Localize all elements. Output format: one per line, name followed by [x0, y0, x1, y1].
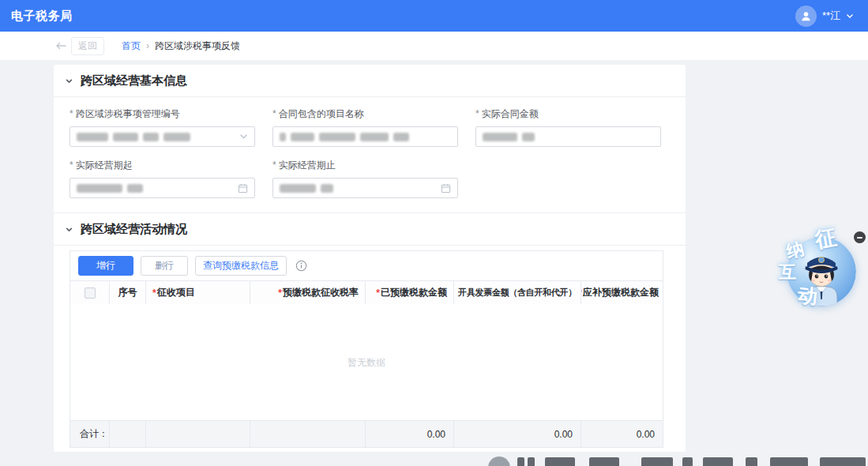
- chevron-down-icon: [239, 133, 248, 140]
- basic-section-header: 跨区域经营基本信息: [54, 65, 686, 96]
- delete-row-button[interactable]: 删行: [141, 256, 188, 276]
- col-label: 预缴税款征收税率: [283, 286, 359, 299]
- censored-segment: [393, 133, 409, 141]
- user-name: **江: [822, 9, 840, 23]
- watermark-glyph: [528, 457, 535, 466]
- basic-section-title: 跨区域经营基本信息: [81, 73, 187, 88]
- main-content-card: 跨区域经营基本信息 *跨区域涉税事项管理编号 *合同包含的项目名称 *实际合同金…: [54, 65, 686, 452]
- table-body-empty: 暂无数据: [70, 304, 663, 420]
- censored-segment: [319, 133, 355, 141]
- field-period-start: *实际经营期起: [70, 159, 255, 198]
- col-header-supplement-amount: *应补预缴税款金额: [581, 281, 663, 304]
- censored-segment: [77, 184, 122, 193]
- censored-segment: [143, 133, 159, 141]
- back-button[interactable]: 返回: [55, 37, 104, 55]
- query-prepaid-tax-button[interactable]: 查询预缴税款信息: [195, 256, 287, 276]
- censored-segment: [483, 133, 517, 141]
- basic-info-form: *跨区域涉税事项管理编号 *合同包含的项目名称 *实际合同金额: [54, 97, 686, 212]
- field-label-text: 合同包含的项目名称: [279, 108, 364, 119]
- minus-icon: [857, 237, 862, 239]
- breadcrumb-home-link[interactable]: 首页: [122, 39, 141, 53]
- censored-value: [280, 184, 333, 193]
- censored-segment: [321, 184, 333, 193]
- project-name-input[interactable]: [272, 126, 458, 147]
- watermark-glyph: [746, 457, 757, 466]
- contract-amount-input[interactable]: [475, 126, 661, 147]
- required-mark: *: [581, 287, 582, 299]
- watermark-glyph: [820, 457, 866, 466]
- censored-value: [483, 133, 535, 141]
- censored-segment: [522, 133, 535, 141]
- activity-section-title: 跨区域经营活动情况: [81, 222, 187, 237]
- table-footer-row: 合计： 0.00 0.00 0.00: [70, 420, 663, 447]
- calendar-icon: [238, 183, 248, 194]
- col-label: 开具发票金额（含自开和代开）: [458, 287, 577, 299]
- footer-empty-cell: [110, 421, 146, 447]
- mascot-char: 动: [796, 282, 818, 310]
- field-label: *合同包含的项目名称: [272, 107, 458, 121]
- field-period-end: *实际经营期止: [272, 159, 458, 198]
- activity-section-header: 跨区域经营活动情况: [54, 213, 686, 245]
- add-row-button[interactable]: 增行: [78, 256, 133, 276]
- required-mark: *: [376, 287, 380, 299]
- mascot-char: 征: [813, 223, 839, 254]
- field-label-text: 实际经营期止: [279, 160, 336, 171]
- censored-segment: [113, 133, 138, 141]
- required-mark: *: [70, 108, 73, 119]
- footer-total-label-cell: 合计：: [70, 421, 110, 447]
- field-label: *实际经营期起: [70, 159, 255, 172]
- footer-prepaid-total: 0.00: [366, 421, 454, 447]
- divider: [54, 245, 686, 246]
- field-label: *跨区域涉税事项管理编号: [70, 107, 255, 121]
- watermark-glyph: [545, 457, 575, 466]
- col-header-seq: 序号: [110, 281, 146, 304]
- censored-segment: [77, 133, 108, 141]
- col-label: 序号: [118, 286, 137, 299]
- col-label: 已预缴税款金额: [381, 286, 447, 299]
- watermark-glyph: [517, 457, 524, 466]
- col-header-checkbox: [70, 281, 110, 304]
- breadcrumb-current: 跨区域涉税事项反馈: [155, 39, 240, 53]
- field-label-text: 实际经营期起: [76, 160, 133, 171]
- period-end-datepicker[interactable]: [272, 178, 458, 198]
- field-label: *实际经营期止: [272, 159, 458, 172]
- censored-segment: [163, 133, 190, 141]
- app-title: 电子税务局: [11, 9, 73, 24]
- col-header-prepaid-amount: *已预缴税款金额: [366, 281, 454, 304]
- mgmt-no-select[interactable]: [70, 126, 255, 147]
- required-mark: *: [278, 287, 282, 299]
- top-header-bar: 电子税务局 **江: [0, 0, 868, 32]
- footer-supplement-total: 0.00: [581, 421, 663, 447]
- back-label: 返回: [71, 37, 104, 55]
- empty-state-text: 暂无数据: [70, 355, 663, 369]
- field-mgmt-no: *跨区域涉税事项管理编号: [70, 107, 255, 147]
- col-header-tax-item: *征收项目: [146, 281, 250, 304]
- col-header-invoice-amount: 开具发票金额（含自开和代开）: [454, 281, 581, 304]
- watermark-glyph: [770, 457, 808, 466]
- table-toolbar: 增行 删行 查询预缴税款信息: [70, 251, 663, 280]
- breadcrumb-bar: 返回 首页 › 跨区域涉税事项反馈: [0, 32, 868, 60]
- period-start-datepicker[interactable]: [70, 178, 255, 198]
- calendar-icon: [441, 183, 451, 194]
- user-menu[interactable]: **江: [795, 6, 854, 27]
- watermark-glyph: [589, 457, 619, 466]
- collapse-chevron-icon[interactable]: [63, 224, 75, 235]
- chevron-down-icon: [846, 13, 854, 19]
- minimize-mascot-button[interactable]: [854, 231, 866, 243]
- field-label: *实际合同金额: [475, 107, 661, 121]
- watermark-glyph: [682, 457, 693, 466]
- select-all-checkbox[interactable]: [85, 287, 96, 299]
- col-header-prepay-rate: *预缴税款征收税率: [250, 281, 366, 304]
- person-icon: [800, 10, 812, 22]
- info-icon[interactable]: [295, 260, 307, 272]
- footer-empty-cell: [146, 421, 250, 447]
- censored-segment: [360, 133, 389, 141]
- required-mark: *: [272, 160, 276, 171]
- censored-value: [77, 184, 143, 193]
- footer-empty-cell: [250, 421, 366, 447]
- clipped-footer-watermark: [474, 454, 868, 466]
- collapse-chevron-icon[interactable]: [63, 75, 75, 87]
- watermark-glyph: [703, 457, 733, 466]
- censored-segment: [280, 133, 286, 141]
- required-mark: *: [70, 160, 73, 171]
